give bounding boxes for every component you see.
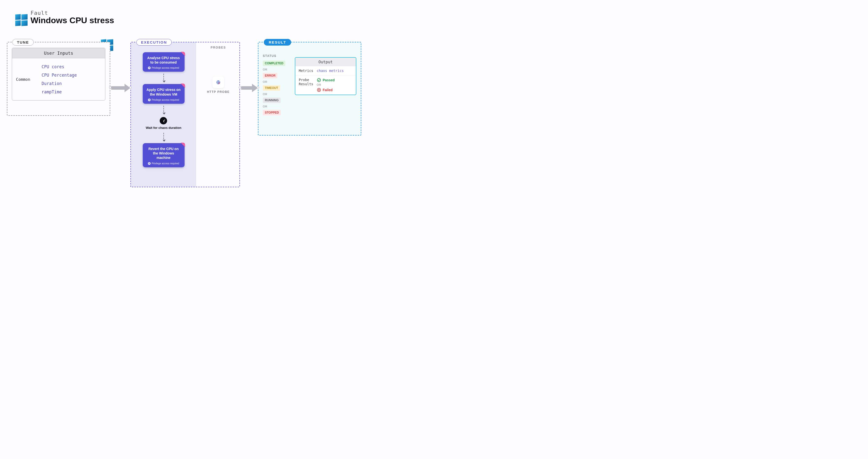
step-note: Privilege access required: [152, 66, 179, 69]
user-inputs-title: User Inputs: [12, 48, 105, 58]
probe-name: HTTP PROBE: [196, 90, 241, 94]
input-group-label: Common: [12, 58, 41, 100]
probe-passed: Passed: [317, 78, 335, 82]
result-panel: RESULT STATUS COMPLETED OR ERROR OR TIME…: [258, 42, 361, 136]
flow-connector-icon: [163, 106, 164, 114]
status-badge: STOPPED: [263, 110, 281, 115]
output-title: Output: [295, 58, 356, 66]
input-field-list: CPU cores CPU Percentage Duration rampTi…: [41, 58, 105, 100]
status-column: STATUS COMPLETED OR ERROR OR TIMEOUT OR …: [263, 54, 292, 116]
status-badge: COMPLETED: [263, 61, 285, 66]
execution-step: Analyse CPU stress to be consumed ✦Privi…: [143, 52, 185, 72]
execution-step: Apply CPU stress on the Windows VM ✦Priv…: [143, 84, 185, 104]
privilege-icon: ✦: [148, 66, 151, 69]
status-label: STATUS: [263, 54, 292, 58]
status-badge: ERROR: [263, 73, 277, 78]
output-box: Output Metrics chaos metrics Probe Resul…: [295, 57, 356, 95]
or-separator: OR: [263, 68, 292, 71]
probes-section: PROBES HTTP PROBE: [196, 42, 241, 187]
flow-arrow-icon: [241, 86, 253, 90]
or-separator: OR: [317, 83, 335, 86]
flow-connector-icon: [163, 133, 164, 141]
windows-logo-icon: [15, 14, 28, 27]
check-circle-icon: [317, 78, 321, 82]
clock-icon: [160, 117, 167, 124]
execution-step: Revert the CPU on the Windows machine ✦P…: [143, 143, 185, 167]
result-pill: RESULT: [264, 39, 291, 46]
status-badge: TIMEOUT: [263, 85, 280, 91]
page-header: Fault Windows CPU stress: [15, 10, 114, 27]
header-eyebrow: Fault: [31, 10, 114, 16]
input-field: rampTime: [41, 89, 105, 94]
execution-panel: EXECUTION Analyse CPU stress to be consu…: [130, 42, 240, 187]
tune-panel: TUNE User Inputs Common CPU cores CPU Pe…: [7, 42, 110, 116]
input-field: Duration: [41, 81, 105, 86]
metrics-value: chaos metrics: [317, 69, 344, 73]
connector-node-icon: [257, 86, 259, 89]
step-title: Revert the CPU on the Windows machine: [146, 147, 182, 160]
status-badge: RUNNING: [263, 97, 281, 103]
privilege-icon: ✦: [148, 162, 151, 165]
probe-results-label: Probe Results: [299, 78, 313, 86]
step-title: Analyse CPU stress to be consumed: [146, 56, 182, 64]
user-inputs-box: User Inputs Common CPU cores CPU Percent…: [12, 48, 105, 101]
probes-label: PROBES: [196, 46, 241, 49]
or-separator: OR: [263, 93, 292, 95]
step-note: Privilege access required: [152, 98, 179, 101]
step-title: Apply CPU stress on the Windows VM: [146, 87, 182, 96]
connector-node-icon: [239, 86, 241, 89]
flow-arrow-icon: [111, 86, 126, 90]
step-note: Privilege access required: [152, 162, 179, 165]
x-circle-icon: [317, 88, 321, 92]
wait-step: Wait for chaos duration: [146, 117, 181, 130]
probe-failed: Failed: [317, 88, 335, 92]
or-separator: OR: [263, 105, 292, 108]
or-separator: OR: [263, 80, 292, 83]
input-field: CPU Percentage: [41, 73, 105, 78]
input-field: CPU cores: [41, 64, 105, 69]
wait-label: Wait for chaos duration: [146, 126, 181, 130]
page-title: Windows CPU stress: [31, 16, 114, 25]
metrics-label: Metrics: [299, 69, 313, 73]
http-probe-icon: [212, 76, 224, 88]
tune-pill: TUNE: [12, 39, 34, 46]
flow-connector-icon: [163, 74, 164, 82]
privilege-icon: ✦: [148, 98, 151, 101]
